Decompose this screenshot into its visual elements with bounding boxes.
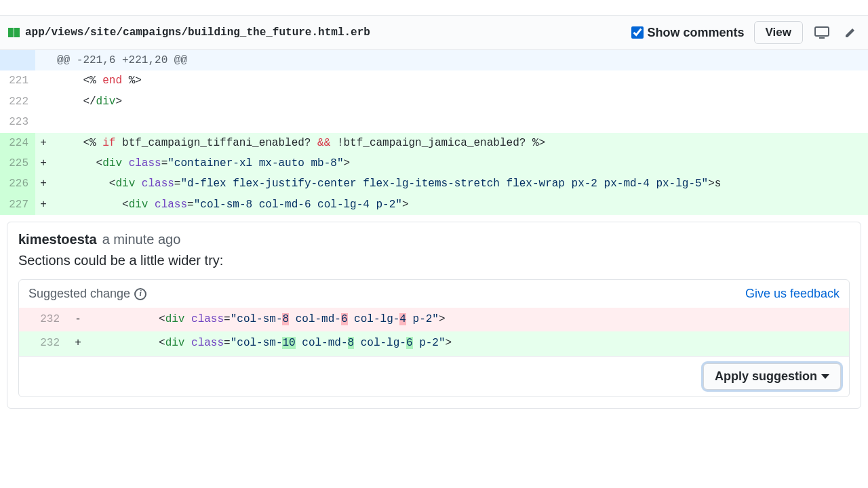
comment-header: kimestoesta a minute ago: [18, 232, 850, 247]
line-number: 225: [0, 153, 35, 174]
feedback-link[interactable]: Give us feedback: [745, 287, 840, 301]
suggestion-header: Suggested change i Give us feedback: [19, 280, 849, 308]
code-line: </div>: [52, 92, 868, 112]
comment-author[interactable]: kimestoesta: [18, 232, 97, 247]
line-number: 223: [0, 112, 35, 132]
line-number: 222: [0, 92, 35, 112]
code-line: <div class="col-sm-8 col-md-6 col-lg-4 p…: [88, 308, 849, 331]
diff-stat-icon: [8, 28, 20, 37]
diff-line: 221 <% end %>: [0, 70, 868, 91]
diff-line-added: 226 + <div class="d-flex flex-justify-ce…: [0, 174, 868, 194]
suggestion-diff: 232 - <div class="col-sm-8 col-md-6 col-…: [19, 308, 849, 355]
svg-rect-0: [815, 27, 829, 36]
show-comments-toggle[interactable]: Show comments: [631, 26, 745, 40]
diff-line-added: 225 + <div class="container-xl mx-auto m…: [0, 153, 868, 174]
diff-line: 222 </div>: [0, 92, 868, 112]
code-line: [52, 112, 868, 132]
code-line: <div class="col-sm-8 col-md-6 col-lg-4 p…: [52, 195, 868, 215]
info-icon[interactable]: i: [134, 288, 146, 300]
line-number: 224: [0, 133, 35, 153]
suggestion-footer: Apply suggestion: [19, 356, 849, 396]
code-line: <% end %>: [52, 70, 868, 91]
suggested-change: Suggested change i Give us feedback 232 …: [18, 279, 850, 396]
hunk-header: @@ -221,6 +221,20 @@: [0, 50, 868, 70]
line-number: 227: [0, 195, 35, 215]
add-marker: +: [35, 153, 52, 174]
file-header: app/views/site/campaigns/building_the_fu…: [0, 15, 868, 50]
comment-body: Sections could be a little wider try:: [18, 253, 850, 268]
line-number: 232: [19, 308, 68, 331]
diff-table: @@ -221,6 +221,20 @@ 221 <% end %> 222 <…: [0, 50, 868, 215]
edit-icon[interactable]: [841, 23, 860, 42]
code-line: <% if btf_campaign_tiffani_enabled? && !…: [52, 133, 868, 153]
review-comment: kimestoesta a minute ago Sections could …: [7, 222, 861, 408]
suggestion-added-line: 232 + <div class="col-sm-10 col-md-8 col…: [19, 331, 849, 355]
file-path: app/views/site/campaigns/building_the_fu…: [25, 26, 370, 39]
file-header-left: app/views/site/campaigns/building_the_fu…: [8, 26, 370, 39]
show-comments-label: Show comments: [648, 26, 745, 40]
add-marker: +: [35, 174, 52, 194]
view-button[interactable]: View: [754, 21, 803, 44]
suggestion-deleted-line: 232 - <div class="col-sm-8 col-md-6 col-…: [19, 308, 849, 331]
add-marker: +: [68, 331, 88, 355]
diff-line: 223: [0, 112, 868, 132]
code-line: <div class="d-flex flex-justify-center f…: [52, 174, 868, 194]
suggestion-title: Suggested change i: [28, 287, 146, 301]
diff-line-added: 227 + <div class="col-sm-8 col-md-6 col-…: [0, 195, 868, 215]
line-number: 232: [19, 331, 68, 355]
code-line: <div class="container-xl mx-auto mb-8">: [52, 153, 868, 174]
chevron-down-icon: [821, 374, 829, 379]
add-marker: +: [35, 133, 52, 153]
code-line: <div class="col-sm-10 col-md-8 col-lg-6 …: [88, 331, 849, 355]
line-number: 226: [0, 174, 35, 194]
file-header-right: Show comments View: [631, 21, 860, 44]
apply-suggestion-button[interactable]: Apply suggestion: [703, 363, 841, 390]
comment-timestamp: a minute ago: [102, 232, 181, 247]
add-marker: +: [35, 195, 52, 215]
show-comments-checkbox[interactable]: [631, 26, 644, 39]
svg-rect-1: [819, 37, 825, 39]
display-icon[interactable]: [812, 23, 831, 42]
del-marker: -: [68, 308, 88, 331]
diff-line-added: 224 + <% if btf_campaign_tiffani_enabled…: [0, 133, 868, 153]
line-number: 221: [0, 70, 35, 91]
